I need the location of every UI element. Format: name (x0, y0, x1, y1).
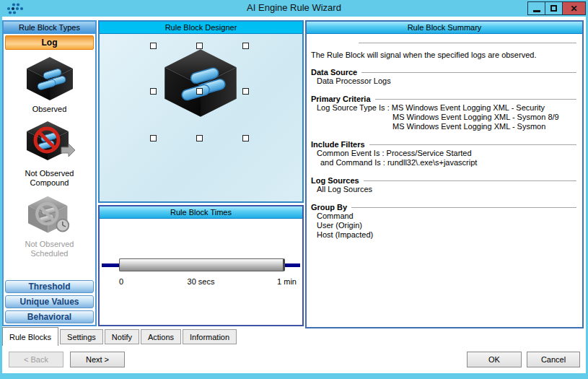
section-line: Host (Impacted) (311, 230, 576, 240)
section-line: User (Origin) (311, 221, 576, 230)
rule-block-times-panel: Rule Block Times 0 30 secs 1 min (98, 205, 304, 326)
rule-block-times-header: Rule Block Times (100, 206, 302, 219)
observed-type-item[interactable]: Observed (4, 56, 95, 114)
designer-canvas[interactable] (100, 34, 302, 201)
tab-actions[interactable]: Actions (141, 329, 181, 344)
maximize-icon (550, 5, 557, 12)
observed-cube-icon (22, 56, 77, 102)
ok-button[interactable]: OK (467, 352, 522, 367)
selection-handle[interactable] (150, 43, 157, 49)
summary-top-rule (359, 43, 576, 43)
close-icon: ✕ (570, 4, 577, 13)
tab-settings[interactable]: Settings (60, 329, 103, 344)
close-button[interactable]: ✕ (562, 1, 586, 15)
section-line: Log Source Type Is : MS Windows Event Lo… (311, 103, 576, 113)
rule-block-summary-header: Rule Block Summary (307, 22, 582, 34)
behavioral-button[interactable]: Behavioral (5, 310, 94, 323)
minimize-button[interactable] (527, 1, 545, 15)
summary-section-data-source: Data Source Data Processor Logs (311, 68, 576, 86)
not-observed-scheduled-label: Not Observed Scheduled (16, 240, 84, 258)
section-rule (364, 180, 576, 185)
tick-mid-label: 30 secs (100, 277, 302, 286)
not-observed-compound-label: Not Observed Compound (16, 169, 84, 188)
summary-section-include-filters: Include Filters Common Event Is : Proces… (311, 140, 576, 167)
tab-notify[interactable]: Notify (105, 329, 139, 344)
section-line: MS Windows Event Logging XML - Sysmon 8/… (311, 113, 576, 122)
section-line: All Log Sources (311, 185, 576, 194)
wizard-tabstrip: Rule Blocks Settings Notify Actions Info… (2, 327, 237, 346)
back-button[interactable]: < Back (9, 352, 63, 367)
selection-handle[interactable] (196, 135, 203, 141)
time-tick-labels: 0 30 secs 1 min (100, 277, 302, 287)
observed-label: Observed (16, 105, 84, 114)
summary-section-primary-criteria: Primary Criteria Log Source Type Is : MS… (311, 95, 576, 131)
section-heading: Data Source (311, 68, 357, 77)
window-title: AI Engine Rule Wizard (0, 2, 588, 13)
section-line: MS Windows Event Logging XML - Sysmon (311, 122, 576, 131)
selection-handle[interactable] (242, 135, 249, 141)
designer-cube[interactable] (160, 45, 241, 121)
section-heading: Primary Criteria (311, 95, 371, 103)
type-category-buttons: Threshold Unique Values Behavioral (5, 278, 94, 323)
next-button[interactable]: Next > (70, 352, 125, 367)
rule-block-designer-panel: Rule Block Designer (98, 20, 304, 203)
tab-information[interactable]: Information (183, 329, 237, 344)
section-rule (361, 72, 576, 77)
section-line: Common Event Is : Process/Service Starte… (311, 149, 576, 158)
unique-values-button[interactable]: Unique Values (5, 295, 94, 308)
cancel-button[interactable]: Cancel (527, 352, 580, 367)
maximize-button[interactable] (545, 1, 563, 15)
not-observed-compound-cube-icon (22, 120, 77, 166)
summary-content: The Rule Block will signal when the spec… (307, 34, 582, 243)
section-line: and Command Is : rundll32\.exe\s+javascr… (311, 158, 576, 167)
selection-handle[interactable] (242, 43, 249, 49)
section-heading: Log Sources (311, 176, 359, 185)
section-heading: Include Filters (311, 140, 365, 149)
rule-block-types-panel: Rule Block Types Log Observed (2, 20, 97, 326)
tab-rule-blocks[interactable]: Rule Blocks (2, 327, 58, 346)
section-heading: Group By (311, 203, 347, 212)
titlebar: AI Engine Rule Wizard ✕ (0, 0, 588, 17)
times-content: 0 30 secs 1 min (100, 219, 302, 325)
summary-section-group-by: Group By Command User (Origin) Host (Imp… (311, 203, 576, 240)
selection-handle[interactable] (150, 88, 157, 95)
time-slider-bar[interactable] (119, 258, 285, 271)
section-rule (351, 207, 576, 212)
window-controls: ✕ (528, 1, 586, 15)
section-line: Command (311, 212, 576, 221)
ai-engine-rule-wizard-window: AI Engine Rule Wizard ✕ Rule Block Types… (0, 0, 588, 379)
rule-block-summary-panel: Rule Block Summary The Rule Block will s… (305, 20, 584, 328)
dialog-body: Rule Block Types Log Observed (2, 17, 586, 373)
section-line: Data Processor Logs (311, 77, 576, 86)
selection-handle[interactable] (196, 88, 203, 95)
rule-block-types-header: Rule Block Types (4, 22, 95, 34)
selection-handle[interactable] (196, 43, 203, 49)
not-observed-scheduled-type-item: Not Observed Scheduled (4, 193, 95, 258)
summary-section-log-sources: Log Sources All Log Sources (311, 176, 576, 194)
summary-intro: The Rule Block will signal when the spec… (311, 51, 576, 59)
log-type-button[interactable]: Log (5, 35, 94, 50)
not-observed-compound-type-item[interactable]: Not Observed Compound (4, 120, 95, 188)
rule-block-designer-header: Rule Block Designer (100, 22, 302, 34)
selection-handle[interactable] (242, 88, 249, 95)
threshold-button[interactable]: Threshold (5, 280, 94, 293)
selection-handle[interactable] (150, 135, 157, 141)
tick-max-label: 1 min (277, 277, 297, 286)
not-observed-scheduled-cube-icon (24, 193, 76, 237)
minimize-icon (533, 10, 540, 12)
